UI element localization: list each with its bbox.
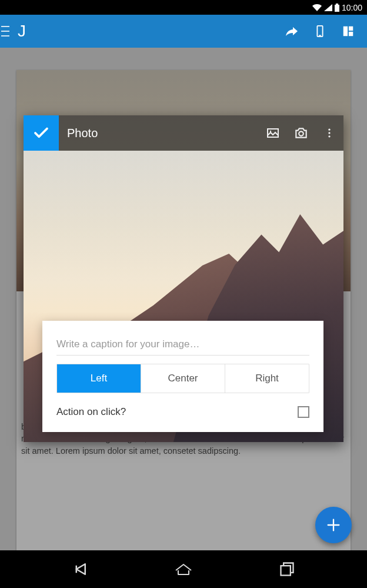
action-on-click-row[interactable]: Action on click? [56,406,309,418]
share-button[interactable] [278,17,306,45]
svg-rect-2 [317,26,322,36]
recent-apps-button[interactable] [263,555,311,583]
android-status-bar: 10:00 [0,0,367,15]
dialog-header: Photo [24,115,343,151]
svg-point-10 [328,129,330,131]
svg-rect-0 [335,5,339,12]
home-button[interactable] [160,555,207,583]
action-on-click-checkbox[interactable] [298,406,309,418]
svg-point-12 [328,135,330,137]
svg-rect-6 [349,32,353,36]
battery-icon [335,4,339,12]
svg-point-11 [328,132,330,134]
alignment-toggle-group: Left Center Right [56,364,309,393]
align-left-button[interactable]: Left [57,364,141,393]
confirm-button[interactable] [24,115,59,151]
status-time: 10:00 [342,3,362,12]
back-button[interactable] [56,555,104,583]
gallery-button[interactable] [259,119,287,147]
add-fab[interactable] [315,507,352,543]
svg-rect-1 [336,4,338,5]
menu-icon[interactable] [1,26,9,36]
svg-rect-4 [343,26,348,36]
overflow-menu-button[interactable] [315,119,343,147]
app-bar: J [0,15,367,48]
photo-form-panel: Left Center Right Action on click? [42,321,323,432]
app-logo: J [18,22,26,41]
android-nav-bar [0,550,367,588]
signal-icon [324,4,332,11]
layout-button[interactable] [334,17,362,45]
dialog-title: Photo [67,127,259,140]
svg-rect-16 [281,566,291,575]
camera-button[interactable] [287,119,315,147]
align-right-button[interactable]: Right [225,364,309,393]
caption-input[interactable] [56,335,309,356]
device-button[interactable] [306,17,334,45]
svg-point-8 [270,131,271,132]
action-on-click-label: Action on click? [56,406,126,418]
align-center-button[interactable]: Center [141,364,225,393]
svg-point-9 [299,131,303,136]
svg-rect-5 [349,26,353,31]
wifi-icon [312,4,322,11]
